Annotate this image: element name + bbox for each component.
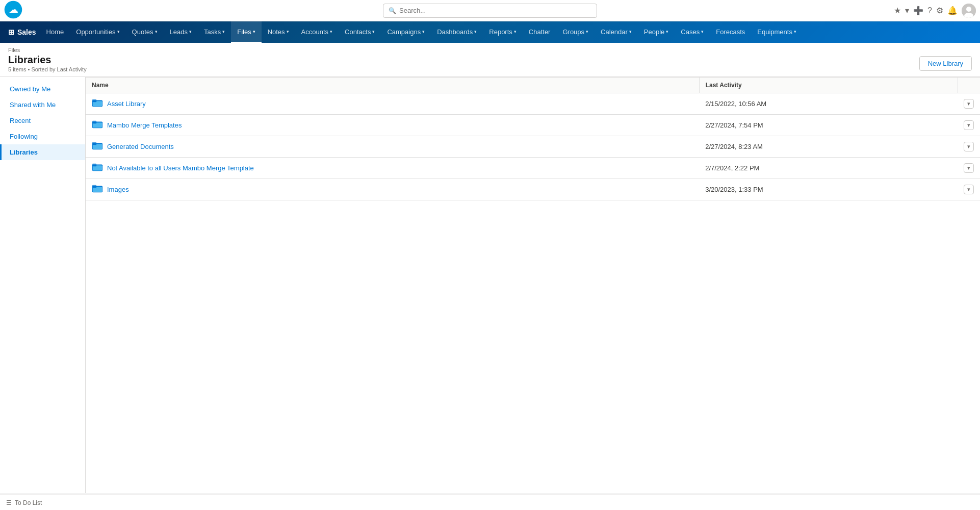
sf-logo[interactable]: ☁ <box>4 1 22 20</box>
svg-rect-16 <box>93 143 96 145</box>
setup-icon[interactable]: ⚙ <box>936 6 943 15</box>
cell-last-activity: 2/7/2024, 2:22 PM <box>699 158 958 179</box>
cell-dropdown: ▾ <box>958 136 980 158</box>
cell-last-activity: 2/27/2024, 8:23 AM <box>699 136 958 158</box>
svg-rect-20 <box>93 165 96 166</box>
table-row: Generated Documents2/27/2024, 8:23 AM▾ <box>86 136 980 158</box>
breadcrumb: Files <box>8 47 972 53</box>
page-title: Libraries <box>8 54 87 66</box>
library-link[interactable]: Mambo Merge Templates <box>107 121 182 129</box>
row-dropdown-button[interactable]: ▾ <box>964 120 974 130</box>
nav-opportunities[interactable]: Opportunities▾ <box>70 21 125 43</box>
todo-icon: ☰ <box>6 499 12 506</box>
nav-notes[interactable]: Notes▾ <box>262 21 295 43</box>
nav-accounts[interactable]: Accounts▾ <box>295 21 339 43</box>
sidebar: Owned by Me Shared with Me Recent Follow… <box>0 77 86 493</box>
folder-icon <box>92 183 103 196</box>
nav-quotes[interactable]: Quotes▾ <box>126 21 164 43</box>
page-subtitle: 5 items • Sorted by Last Activity <box>8 66 87 72</box>
sidebar-item-following[interactable]: Following <box>0 129 85 144</box>
nav-campaigns[interactable]: Campaigns▾ <box>381 21 431 43</box>
row-dropdown-button[interactable]: ▾ <box>964 163 974 173</box>
folder-icon <box>92 140 103 153</box>
cell-name: Images <box>86 179 699 200</box>
cell-dropdown: ▾ <box>958 179 980 200</box>
cell-last-activity: 2/27/2024, 7:54 PM <box>699 115 958 136</box>
nav-leads[interactable]: Leads▾ <box>164 21 198 43</box>
table-row: Images3/20/2023, 1:33 PM▾ <box>86 179 980 200</box>
app-name: Sales <box>17 28 36 36</box>
search-input[interactable] <box>399 7 591 14</box>
row-dropdown-button[interactable]: ▾ <box>964 142 974 151</box>
cell-name: Asset Library <box>86 93 699 115</box>
library-link[interactable]: Asset Library <box>107 100 146 108</box>
table-header-row: Name Last Activity <box>86 78 980 93</box>
avatar[interactable] <box>962 4 976 18</box>
library-link[interactable]: Images <box>107 186 129 193</box>
bottom-bar[interactable]: ☰ To Do List <box>0 495 980 510</box>
library-link[interactable]: Not Available to all Users Mambo Merge T… <box>107 164 254 172</box>
cell-last-activity: 2/15/2022, 10:56 AM <box>699 93 958 115</box>
row-dropdown-button[interactable]: ▾ <box>964 99 974 109</box>
cell-dropdown: ▾ <box>958 115 980 136</box>
main-content: Owned by Me Shared with Me Recent Follow… <box>0 77 980 493</box>
search-icon: 🔍 <box>389 7 396 14</box>
nav-contacts[interactable]: Contacts▾ <box>339 21 381 43</box>
nav-bar: ⊞ Sales Home Opportunities▾ Quotes▾ Lead… <box>0 21 980 43</box>
nav-tasks[interactable]: Tasks▾ <box>198 21 231 43</box>
grid-icon: ⊞ <box>8 28 14 36</box>
cell-dropdown: ▾ <box>958 158 980 179</box>
library-link[interactable]: Generated Documents <box>107 143 174 150</box>
svg-rect-24 <box>93 186 96 188</box>
table-row: Asset Library2/15/2022, 10:56 AM▾ <box>86 93 980 115</box>
sidebar-item-owned-by-me[interactable]: Owned by Me <box>0 81 85 97</box>
cell-last-activity: 3/20/2023, 1:33 PM <box>699 179 958 200</box>
cell-name: Not Available to all Users Mambo Merge T… <box>86 158 699 179</box>
table-row: Not Available to all Users Mambo Merge T… <box>86 158 980 179</box>
col-name[interactable]: Name <box>86 78 699 93</box>
sidebar-item-recent[interactable]: Recent <box>0 113 85 129</box>
page-header: Files Libraries 5 items • Sorted by Last… <box>0 43 980 77</box>
nav-dashboards[interactable]: Dashboards▾ <box>431 21 483 43</box>
table-area: Name Last Activity Asset Library2/15/202… <box>86 77 980 493</box>
nav-home[interactable]: Home <box>40 21 70 43</box>
nav-people[interactable]: People▾ <box>638 21 675 43</box>
col-last-activity[interactable]: Last Activity <box>699 78 958 93</box>
top-bar: ☁ 🔍 ★ ▾ ➕ ? ⚙ 🔔 <box>0 0 980 21</box>
new-library-button[interactable]: New Library <box>919 56 972 71</box>
cell-name: Generated Documents <box>86 136 699 158</box>
todo-label: To Do List <box>15 499 42 506</box>
top-right-icons: ★ ▾ ➕ ? ⚙ 🔔 <box>894 4 976 18</box>
nav-files[interactable]: Files▾ <box>231 21 261 43</box>
folder-icon <box>92 162 103 174</box>
svg-rect-8 <box>93 100 96 102</box>
row-dropdown-button[interactable]: ▾ <box>964 185 974 194</box>
nav-cases[interactable]: Cases▾ <box>675 21 710 43</box>
favorites-icon[interactable]: ★ <box>894 6 901 15</box>
sidebar-item-shared-with-me[interactable]: Shared with Me <box>0 97 85 113</box>
svg-text:☁: ☁ <box>9 4 18 15</box>
app-launcher[interactable]: ⊞ Sales <box>4 21 40 43</box>
nav-chatter[interactable]: Chatter <box>523 21 557 43</box>
svg-rect-12 <box>93 122 96 123</box>
col-actions <box>958 78 980 93</box>
svg-point-3 <box>966 7 971 12</box>
cell-dropdown: ▾ <box>958 93 980 115</box>
help-icon[interactable]: ? <box>927 6 932 15</box>
search-bar: 🔍 <box>383 4 597 18</box>
table-row: Mambo Merge Templates2/27/2024, 7:54 PM▾ <box>86 115 980 136</box>
favorites-dropdown-icon[interactable]: ▾ <box>905 6 909 15</box>
nav-groups[interactable]: Groups▾ <box>556 21 595 43</box>
libraries-table: Name Last Activity Asset Library2/15/202… <box>86 78 980 200</box>
notifications-icon[interactable]: 🔔 <box>947 6 958 15</box>
add-icon[interactable]: ➕ <box>913 6 923 15</box>
nav-reports[interactable]: Reports▾ <box>483 21 523 43</box>
cell-name: Mambo Merge Templates <box>86 115 699 136</box>
nav-forecasts[interactable]: Forecasts <box>710 21 751 43</box>
folder-icon <box>92 97 103 110</box>
folder-icon <box>92 119 103 132</box>
sidebar-item-libraries[interactable]: Libraries <box>0 144 85 160</box>
nav-calendar[interactable]: Calendar▾ <box>595 21 638 43</box>
nav-equipments[interactable]: Equipments▾ <box>751 21 803 43</box>
